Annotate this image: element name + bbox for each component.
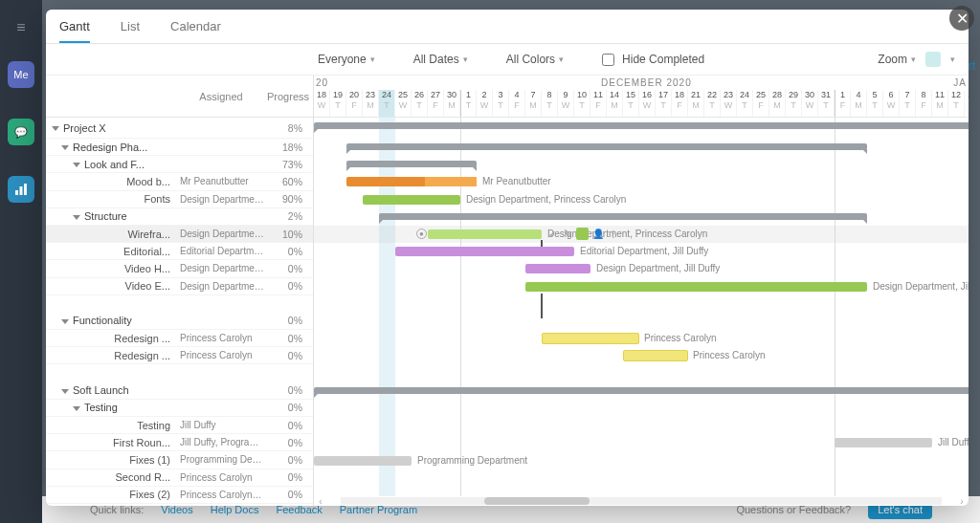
gantt-row[interactable]: Design Department, Jill Duffy xyxy=(314,260,969,277)
gantt-bar[interactable]: Mr Peanutbutter xyxy=(346,177,477,186)
gantt-row[interactable]: Programming Department xyxy=(314,452,969,469)
task-row[interactable]: Functionality0% xyxy=(46,313,313,330)
gantt-row[interactable]: Princess Carolyn xyxy=(314,347,969,364)
scroll-right-arrow[interactable]: › xyxy=(955,496,969,507)
gantt-row[interactable] xyxy=(314,139,969,156)
tab-gantt[interactable]: Gantt xyxy=(59,19,90,43)
task-row[interactable]: Redesign Pha...18% xyxy=(46,139,313,156)
gantt-row[interactable] xyxy=(314,382,969,400)
gantt-row[interactable]: Editorial Department, Jill Duffy xyxy=(314,243,969,260)
task-row[interactable]: Editorial...Editorial Department,0% xyxy=(46,243,313,260)
task-row[interactable]: ⇅Wirefra...Design Department, P10% xyxy=(46,226,313,243)
gantt-bar[interactable] xyxy=(314,387,969,394)
gantt-bar[interactable]: Design Department, Princess Carolyn xyxy=(428,229,542,239)
gantt-row[interactable] xyxy=(314,417,969,434)
gantt-row[interactable]: Mr Peanutbutter xyxy=(314,173,969,190)
gantt-bar[interactable] xyxy=(314,122,969,129)
gantt-row[interactable] xyxy=(314,118,969,139)
gantt-row[interactable]: Jill Duff xyxy=(314,434,969,451)
task-row[interactable]: Fixes (1)Programming Departm0% xyxy=(46,451,313,469)
task-row[interactable]: Soft Launch0% xyxy=(46,382,313,400)
complete-icon[interactable]: ✓ xyxy=(546,228,558,240)
scroll-left-arrow[interactable]: ‹ xyxy=(314,496,327,507)
gantt-bar[interactable]: Princess Carolyn xyxy=(542,333,639,344)
tab-calendar[interactable]: Calendar xyxy=(170,19,221,43)
color-icon[interactable] xyxy=(576,228,589,240)
task-row[interactable]: Redesign ...Princess Carolyn0% xyxy=(46,347,313,364)
user-icon[interactable]: 👤 xyxy=(591,228,604,240)
gantt-bar[interactable] xyxy=(379,213,867,220)
gantt-row[interactable] xyxy=(314,469,969,487)
task-row[interactable]: Project X8% xyxy=(46,118,313,139)
gantt-bar[interactable]: Design Department, Jill Duffy xyxy=(525,282,867,292)
filter-colors[interactable]: All Colors▾ xyxy=(506,53,564,66)
sidebar-analytics-icon[interactable] xyxy=(8,176,34,203)
hide-completed-checkbox[interactable] xyxy=(602,54,614,66)
col-progress: Progress xyxy=(264,91,312,102)
gantt-bar[interactable]: Design Department, Jill Duffy xyxy=(525,264,590,273)
filter-everyone[interactable]: Everyone▾ xyxy=(318,53,375,66)
sidebar-chat-icon[interactable]: 💬 xyxy=(8,119,34,145)
col-assigned: Assigned xyxy=(178,91,264,102)
day-col: 1T xyxy=(460,90,477,117)
edit-icon[interactable]: ✎ xyxy=(561,228,573,240)
task-row[interactable]: Second R...Princess Carolyn0% xyxy=(46,469,313,487)
day-col: 18F xyxy=(672,90,688,117)
gantt-row[interactable] xyxy=(314,156,969,173)
gantt-bar[interactable] xyxy=(346,161,477,167)
svg-rect-0 xyxy=(15,190,18,195)
gantt-bar[interactable]: Jill Duff xyxy=(835,438,932,447)
gantt-row[interactable]: Design Department, Princess Carolyn✓✎👤⋮● xyxy=(314,226,969,243)
task-row[interactable]: Fixes (2)Princess Carolyn, Prog0% xyxy=(46,487,313,504)
close-modal-button[interactable]: ✕ xyxy=(949,6,974,31)
gantt-row[interactable] xyxy=(314,400,969,417)
task-row[interactable]: Video H...Design Department, J0% xyxy=(46,260,313,277)
gantt-row[interactable] xyxy=(314,295,969,313)
zoom-dropdown[interactable]: Zoom▾ xyxy=(878,53,916,66)
tab-list[interactable]: List xyxy=(121,19,140,43)
task-row[interactable]: Video E...Design Department, J0% xyxy=(46,278,313,295)
gantt-row[interactable]: Princess Carolyn xyxy=(314,330,969,347)
day-col: 20F xyxy=(346,90,363,117)
task-row[interactable]: Redesign ...Princess Carolyn0% xyxy=(46,330,313,347)
task-row[interactable]: Structure2% xyxy=(46,208,313,226)
sidebar-me-icon[interactable]: Me xyxy=(8,61,34,88)
gantt-bar[interactable] xyxy=(346,143,867,150)
gantt-bar[interactable]: Design Department, Princess Carolyn xyxy=(363,195,460,205)
bar-label: Design Department, Jill Duffy xyxy=(590,264,720,273)
horizontal-scrollbar[interactable]: ‹ › xyxy=(314,496,969,506)
gantt-bar[interactable]: Princess Carolyn xyxy=(623,350,688,361)
more-icon[interactable]: ⋮ xyxy=(607,228,619,240)
day-col: 26T xyxy=(412,90,428,117)
task-row[interactable] xyxy=(46,295,313,313)
gantt-area[interactable]: Mr PeanutbutterDesign Department, Prince… xyxy=(314,118,969,496)
task-row[interactable]: FontsDesign Department, P90% xyxy=(46,191,313,208)
task-row[interactable]: Mood b...Mr Peanutbutter60% xyxy=(46,173,313,190)
task-row[interactable]: Testing0% xyxy=(46,400,313,417)
day-col: 24T xyxy=(379,90,395,117)
day-col: 11M xyxy=(932,90,948,117)
gantt-row[interactable] xyxy=(314,365,969,382)
task-row[interactable]: Look and F...73% xyxy=(46,156,313,173)
filter-hide-completed[interactable]: Hide Completed xyxy=(602,53,704,66)
chevron-down-icon[interactable]: ▾ xyxy=(950,54,955,64)
task-row[interactable]: TestingJill Duffy0% xyxy=(46,417,313,434)
filter-dates[interactable]: All Dates▾ xyxy=(413,53,468,66)
link-handle-icon[interactable]: ● xyxy=(416,229,427,239)
task-row[interactable] xyxy=(46,364,313,381)
gantt-bar[interactable]: Programming Department xyxy=(314,456,412,466)
day-col: 3T xyxy=(493,90,509,117)
bar-label: Jill Duff xyxy=(932,438,969,447)
bar-label: Editorial Department, Jill Duffy xyxy=(574,247,708,256)
bar-label: Mr Peanutbutter xyxy=(477,177,551,186)
gantt-bar[interactable]: Editorial Department, Jill Duffy xyxy=(395,247,574,256)
bar-label: Programming Department xyxy=(412,456,527,466)
zoom-color-swatch[interactable] xyxy=(925,52,941,67)
task-row[interactable]: First Roun...Jill Duffy, Programmin0% xyxy=(46,434,313,451)
gantt-row[interactable]: Design Department, Princess Carolyn xyxy=(314,191,969,208)
gantt-row[interactable]: Design Department, Jill Duffy xyxy=(314,278,969,295)
bar-toolbox[interactable]: ✓✎👤⋮ xyxy=(546,227,619,240)
gantt-row[interactable] xyxy=(314,208,969,226)
bar-label: Design Department, Princess Carolyn xyxy=(460,195,626,205)
gantt-row[interactable] xyxy=(314,313,969,330)
